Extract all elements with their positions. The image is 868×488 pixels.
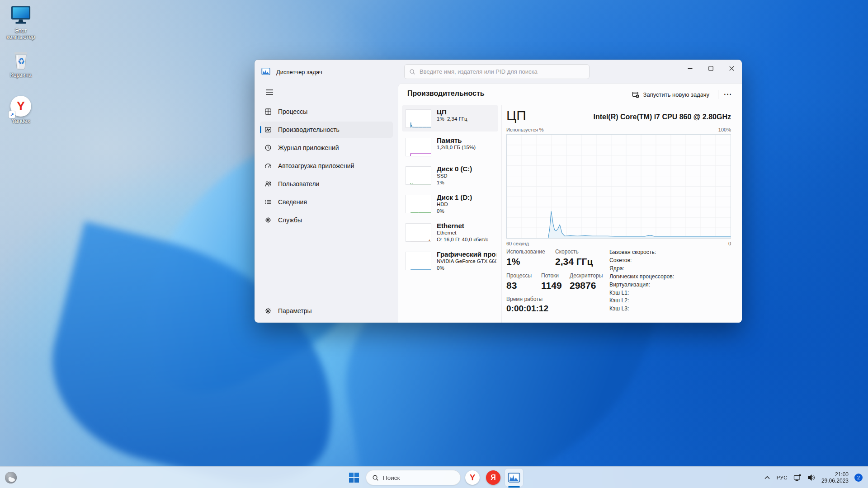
volume-icon[interactable]	[807, 474, 816, 481]
menu-toggle-button[interactable]	[261, 84, 278, 100]
sidebar-item-label: Службы	[278, 216, 302, 224]
maximize-button[interactable]	[700, 60, 721, 77]
recycle-bin-icon: ♻	[0, 48, 42, 70]
this-pc-icon	[0, 4, 42, 26]
info-label: Логических процессоров:	[609, 273, 731, 281]
desktop-icon-label: Yandex	[0, 118, 42, 124]
desktop-icon-label: Корзина	[0, 72, 42, 78]
close-button[interactable]	[721, 60, 742, 77]
chart-y-label: Используется %	[506, 127, 544, 132]
perf-item-disk0[interactable]: Диск 0 (C:) SSD 1%	[402, 162, 498, 188]
stat-speed: Скорость2,34 ГГц	[555, 249, 593, 267]
sidebar-item-services[interactable]: Службы	[260, 212, 393, 228]
taskbar-search-input[interactable]	[383, 474, 454, 481]
perf-item-disk1[interactable]: Диск 1 (D:) HDD 0%	[402, 191, 498, 217]
cpu-info-column: Базовая скорость: Сокетов: Ядра: Логичес…	[609, 249, 731, 313]
chart-x-right-label: 0	[728, 241, 731, 246]
desktop-icon-this-pc[interactable]: Этот компьютер	[0, 4, 42, 40]
users-icon	[264, 180, 272, 188]
taskbar-search-box[interactable]	[366, 470, 461, 485]
notification-badge[interactable]: 2	[854, 474, 863, 482]
yandex-browser-taskbar-icon[interactable]: Y	[463, 469, 481, 487]
sidebar-item-settings[interactable]: Параметры	[260, 303, 393, 319]
tray-date: 29.06.2023	[821, 478, 849, 484]
clock[interactable]: 21:00 29.06.2023	[821, 471, 849, 484]
language-indicator[interactable]: РУС	[777, 475, 788, 480]
run-new-task-label: Запустить новую задачу	[643, 91, 709, 98]
sidebar: Процессы Производительность Журнал прило…	[255, 84, 398, 323]
taskbar: Y Я РУС 21:0	[0, 466, 868, 488]
sidebar-item-label: Автозагрузка приложений	[278, 162, 354, 169]
titlebar[interactable]: Диспетчер задач	[255, 60, 742, 84]
app-history-icon	[264, 144, 272, 151]
stat-processes: Процессы83	[506, 272, 532, 291]
sidebar-item-users[interactable]: Пользователи	[260, 176, 393, 192]
sidebar-item-label: Производительность	[278, 126, 340, 133]
sidebar-item-startup-apps[interactable]: Автозагрузка приложений	[260, 158, 393, 174]
perf-item-gpu[interactable]: Графический проц NVIDIA GeForce GTX 660 …	[402, 248, 498, 274]
gpu-thumbnail	[406, 252, 431, 270]
task-manager-window: Диспетчер задач	[255, 60, 742, 323]
search-input[interactable]	[420, 68, 585, 75]
run-new-task-button[interactable]: Запустить новую задачу	[627, 88, 714, 101]
info-label: Кэш L2:	[609, 297, 731, 305]
svg-text:♻: ♻	[18, 56, 25, 66]
start-button[interactable]	[345, 469, 363, 487]
stat-handles: Дескрипторы29876	[570, 272, 603, 291]
stat-threads: Потоки1149	[541, 272, 562, 291]
info-label: Сокетов:	[609, 257, 731, 265]
disk0-thumbnail	[406, 166, 431, 185]
network-icon[interactable]	[793, 474, 802, 482]
list-pane-splitter[interactable]	[501, 105, 502, 323]
cpu-pane-title: ЦП	[506, 108, 526, 123]
stat-uptime: Время работы0:00:01:12	[506, 296, 548, 314]
details-icon	[264, 198, 272, 206]
weather-widget-icon[interactable]	[4, 471, 18, 484]
sidebar-item-label: Журнал приложений	[278, 144, 339, 151]
cpu-usage-chart[interactable]	[506, 134, 731, 239]
disk1-thumbnail	[406, 195, 431, 213]
page-title: Производительность	[407, 89, 485, 98]
cpu-model-name: Intel(R) Core(TM) i7 CPU 860 @ 2.80GHz	[593, 113, 731, 121]
memory-thumbnail	[406, 138, 431, 156]
task-manager-app-icon	[261, 67, 270, 76]
minimize-button[interactable]	[679, 60, 700, 77]
perf-item-ethernet[interactable]: Ethernet Ethernet О: 16,0 П: 40,0 кбит/с	[402, 219, 498, 245]
sidebar-item-label: Сведения	[278, 198, 307, 206]
sidebar-item-label: Процессы	[278, 108, 307, 115]
cpu-pane: ЦП Intel(R) Core(TM) i7 CPU 860 @ 2.80GH…	[506, 105, 731, 323]
sidebar-item-performance[interactable]: Производительность	[260, 122, 393, 138]
chart-x-left-label: 60 секунд	[506, 241, 529, 246]
more-options-button[interactable]: •••	[720, 88, 736, 101]
desktop-icon-recycle-bin[interactable]: ♻ Корзина	[0, 48, 42, 78]
info-label: Базовая скорость:	[609, 249, 731, 257]
perf-item-memory[interactable]: Память 1,2/8,0 ГБ (15%)	[402, 134, 498, 160]
info-label: Ядра:	[609, 265, 731, 273]
desktop-icon-yandex[interactable]: Y↗ Yandex	[0, 96, 42, 124]
chart-y-max: 100%	[718, 127, 731, 132]
performance-icon	[264, 126, 272, 133]
cpu-thumbnail	[406, 109, 431, 128]
info-label: Кэш L1:	[609, 289, 731, 297]
search-icon	[372, 474, 379, 481]
tray-time: 21:00	[821, 471, 849, 478]
tray-chevron-icon[interactable]	[764, 474, 771, 481]
info-label: Кэш L3:	[609, 305, 731, 313]
gear-icon	[264, 307, 272, 314]
info-label: Виртуализация:	[609, 281, 731, 289]
content-card: Производительность Запустить новую задач…	[398, 84, 742, 323]
yandex-search-taskbar-icon[interactable]: Я	[484, 469, 502, 487]
stat-usage: Использование1%	[506, 249, 545, 267]
sidebar-item-label: Пользователи	[278, 180, 319, 188]
desktop-icon-label: Этот компьютер	[0, 28, 42, 40]
processes-icon	[264, 108, 272, 115]
performance-list: ЦП 1% 2,34 ГГц Память 1,2/8,0 ГБ (15%) Д…	[402, 105, 498, 323]
task-search-box[interactable]	[404, 64, 590, 79]
sidebar-item-app-history[interactable]: Журнал приложений	[260, 140, 393, 156]
ethernet-thumbnail	[406, 223, 431, 242]
perf-item-cpu[interactable]: ЦП 1% 2,34 ГГц	[402, 105, 498, 131]
startup-icon	[264, 162, 272, 169]
sidebar-item-processes[interactable]: Процессы	[260, 103, 393, 120]
task-manager-taskbar-icon[interactable]	[505, 469, 523, 487]
sidebar-item-details[interactable]: Сведения	[260, 194, 393, 210]
